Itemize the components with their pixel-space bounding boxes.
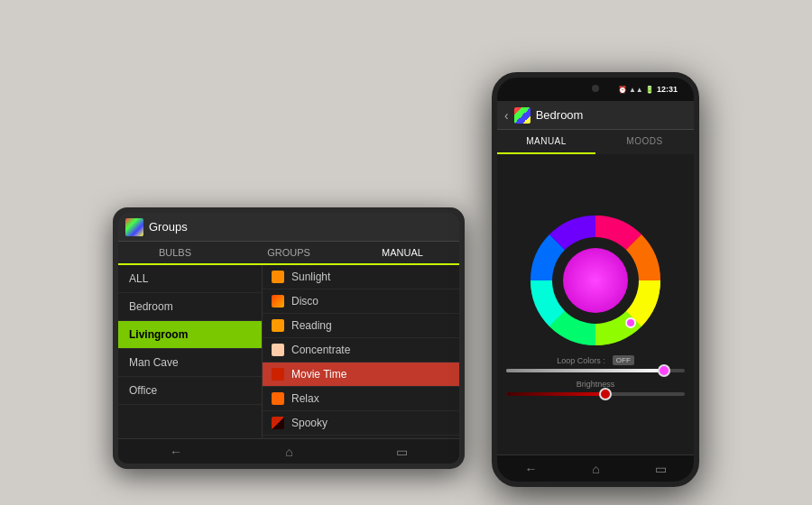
list-item-livingroom[interactable]: Livingroom xyxy=(118,321,262,349)
mood-reading[interactable]: Reading xyxy=(263,314,459,338)
tablet: Groups BULBS GROUPS MANUAL ALL Bedroom L… xyxy=(113,207,465,469)
loop-colors-label: Loop Colors : xyxy=(557,356,605,365)
color-wheel-area: Loop Colors : OFF Brightness xyxy=(497,154,694,454)
mood-dot-movietime xyxy=(272,368,284,381)
vol-up-button[interactable] xyxy=(492,141,494,162)
mood-movietime[interactable]: Movie Time xyxy=(263,363,459,387)
tablet-title: Groups xyxy=(149,220,188,234)
list-item-mancave[interactable]: Man Cave xyxy=(118,349,262,377)
loop-slider-track[interactable] xyxy=(506,369,685,372)
loop-colors-row: Loop Colors : OFF xyxy=(506,355,685,372)
phone-screen: ‹ Bedroom MANUAL MOODS xyxy=(497,101,694,454)
tab-bulbs[interactable]: BULBS xyxy=(118,242,232,263)
tablet-screen: Groups BULBS GROUPS MANUAL ALL Bedroom L… xyxy=(118,213,459,438)
tablet-content: ALL Bedroom Livingroom Man Cave Office S… xyxy=(118,265,459,438)
mood-sunlight[interactable]: Sunlight xyxy=(263,265,459,289)
loop-off-badge: OFF xyxy=(613,355,634,365)
mood-relax[interactable]: Relax xyxy=(263,387,459,411)
phone-back-icon[interactable]: ← xyxy=(524,462,537,476)
back-icon[interactable]: ← xyxy=(170,445,182,459)
list-item-all[interactable]: ALL xyxy=(118,265,262,293)
phone-tab-moods[interactable]: MOODS xyxy=(595,130,694,154)
mood-dot-disco xyxy=(272,295,284,308)
mood-disco[interactable]: Disco xyxy=(263,289,459,314)
color-wheel[interactable] xyxy=(528,213,663,348)
mood-dot-reading xyxy=(272,319,284,332)
tab-groups[interactable]: GROUPS xyxy=(232,242,346,263)
mood-concentrate[interactable]: Concentrate xyxy=(263,338,459,363)
phone-home-icon[interactable]: ⌂ xyxy=(592,462,599,476)
phone-header: ‹ Bedroom xyxy=(497,101,694,130)
list-item-bedroom[interactable]: Bedroom xyxy=(118,293,262,321)
tablet-tabs: BULBS GROUPS MANUAL xyxy=(118,242,459,265)
app-icon xyxy=(125,218,143,236)
phone-tabs: MANUAL MOODS xyxy=(497,130,694,154)
brightness-slider-track[interactable] xyxy=(506,392,685,396)
mood-dot-spooky xyxy=(272,417,284,429)
scene: Groups BULBS GROUPS MANUAL ALL Bedroom L… xyxy=(18,18,794,487)
loop-slider-fill xyxy=(506,369,667,372)
phone-recents-icon[interactable]: ▭ xyxy=(655,462,667,476)
vol-down-button[interactable] xyxy=(492,168,494,189)
loop-slider-thumb[interactable] xyxy=(658,364,670,377)
phone: ⏰ ▲▲ 🔋 12:31 ‹ Bedroom MANUAL MOODS xyxy=(492,72,699,487)
mood-spooky[interactable]: Spooky xyxy=(263,411,459,436)
brightness-slider-thumb[interactable] xyxy=(599,388,612,400)
tablet-right-panel: Sunlight Disco Reading Concentrate xyxy=(263,265,459,438)
phone-tab-manual[interactable]: MANUAL xyxy=(497,130,595,154)
status-time: 12:31 xyxy=(657,85,678,94)
mood-dot-concentrate xyxy=(272,344,284,356)
tablet-header: Groups xyxy=(118,213,459,242)
back-button[interactable]: ‹ xyxy=(504,108,509,123)
phone-title: Bedroom xyxy=(536,108,584,122)
phone-app-icon xyxy=(514,107,531,124)
brightness-slider-fill xyxy=(506,392,604,396)
status-icons: ⏰ ▲▲ 🔋 xyxy=(618,86,654,94)
recents-icon[interactable]: ▭ xyxy=(396,445,408,459)
phone-bottom-bar: ← ⌂ ▭ xyxy=(497,454,694,482)
color-center xyxy=(563,248,628,313)
list-item-office[interactable]: Office xyxy=(118,377,262,405)
phone-camera xyxy=(592,85,599,92)
loop-colors-label-row: Loop Colors : OFF xyxy=(506,355,685,365)
brightness-row: Brightness xyxy=(506,380,685,396)
wheel-handle[interactable] xyxy=(625,317,636,328)
mood-dot-sunlight xyxy=(272,271,284,283)
brightness-label: Brightness xyxy=(506,380,685,389)
tablet-bottom-bar: ← ⌂ ▭ xyxy=(118,438,459,464)
tab-manual[interactable]: MANUAL xyxy=(346,242,459,265)
tablet-left-panel: ALL Bedroom Livingroom Man Cave Office xyxy=(118,265,263,438)
mood-dot-relax xyxy=(272,392,284,405)
power-button[interactable] xyxy=(697,150,699,186)
home-icon[interactable]: ⌂ xyxy=(285,445,292,459)
